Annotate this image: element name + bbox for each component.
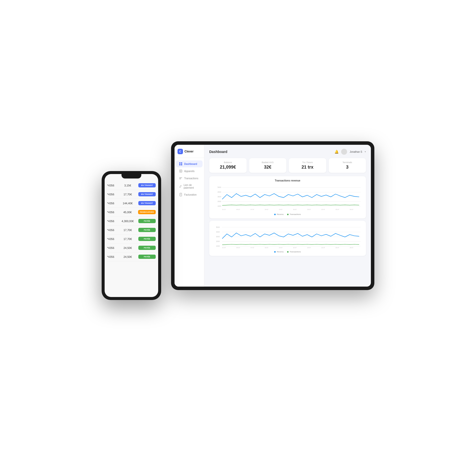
svg-rect-1 — [181, 162, 182, 164]
main-content: Dashboard 🔔 Jonathan S ▾ Balance 21,099€ — [204, 145, 371, 287]
amount-5: 17,70€ — [117, 229, 138, 232]
svg-text:07-07: 07-07 — [250, 209, 254, 210]
legend-label-revenu-2: Revenu — [277, 251, 284, 253]
header-right: 🔔 Jonathan S ▾ — [334, 149, 366, 155]
table-row: *4356 144,40€ EN TRANSIT — [107, 199, 156, 208]
svg-rect-6 — [180, 193, 182, 196]
legend-dot-transactions — [287, 214, 289, 215]
page-title: Dashboard — [209, 150, 227, 154]
amount-8: 24,50€ — [117, 255, 138, 258]
chart-svg-1: 5000 4000 3000 2000 1000 — [213, 184, 362, 211]
dashboard-icon — [179, 162, 182, 166]
table-row: *4356 3,15€ EN TRANSIT — [107, 181, 156, 190]
legend-label-transactions: Transactions — [290, 213, 301, 215]
legend-dot-revenu — [274, 214, 276, 215]
sidebar-label-dashboard: Dashboard — [184, 163, 197, 165]
legend-revenu-1: Revenu — [274, 213, 284, 215]
sidebar-label-transactions: Transactions — [184, 177, 198, 180]
phone-screen: *4356 3,15€ EN TRANSIT *4356 17,70€ EN T… — [105, 174, 158, 297]
chart-legend-1: Revenu Transactions — [213, 213, 362, 215]
legend-revenu-2: Revenu — [274, 251, 284, 253]
status-badge-8: PAYÉE — [138, 255, 156, 259]
sidebar-label-facturation: Facturation — [184, 193, 197, 196]
account-7: *4356 — [107, 246, 117, 249]
status-badge-1: EN TRANSIT — [138, 192, 156, 196]
device-icon — [179, 169, 182, 173]
logo: C Clever — [175, 149, 204, 158]
chart-card-2: 5000 4000 3000 2000 1000 — [209, 221, 366, 256]
sidebar-item-facturation[interactable]: Facturation — [176, 191, 203, 198]
sidebar-item-transactions[interactable]: Transactions — [176, 175, 203, 182]
svg-text:25-07: 25-07 — [335, 247, 339, 248]
svg-text:28-07: 28-07 — [350, 209, 353, 210]
kpi-value-basket: 32€ — [253, 165, 283, 170]
status-badge-7: PAYÉE — [138, 246, 156, 250]
bell-icon[interactable]: 🔔 — [334, 150, 339, 154]
sidebar-label-lien: Lien de paiement — [184, 184, 200, 189]
svg-text:16-07: 16-07 — [293, 247, 297, 248]
svg-text:5000: 5000 — [216, 226, 220, 228]
svg-text:07-07: 07-07 — [250, 247, 254, 248]
chevron-down-icon: ▾ — [365, 150, 366, 153]
kpi-label-basket: Basket AVG — [253, 161, 283, 164]
tablet-screen: C Clever Dashboard — [175, 145, 371, 287]
svg-text:3000: 3000 — [216, 236, 220, 238]
svg-text:1000: 1000 — [217, 205, 221, 207]
svg-text:25-07: 25-07 — [335, 209, 339, 210]
svg-text:10-07: 10-07 — [265, 209, 268, 210]
svg-text:22-07: 22-07 — [321, 247, 325, 248]
amount-0: 3,15€ — [117, 184, 138, 187]
svg-text:28-07: 28-07 — [350, 247, 353, 248]
kpi-label-trx: Trx / hours — [292, 161, 323, 164]
user-name: Jonathan S — [350, 150, 362, 153]
table-row: *4356 17,70€ EN TRANSIT — [107, 190, 156, 199]
kpi-value-trx: 21 trx — [292, 165, 323, 170]
svg-text:4000: 4000 — [216, 231, 220, 233]
legend-transactions-2: Transactions — [287, 251, 301, 253]
svg-text:13-07: 13-07 — [279, 247, 283, 248]
svg-text:3000: 3000 — [217, 196, 221, 198]
sidebar-item-dashboard[interactable]: Dashboard — [176, 160, 203, 167]
kpi-card-trx: Trx / hours 21 trx — [289, 158, 326, 173]
kpi-card-terminals: Terminals 3 — [329, 158, 366, 173]
logo-icon: C — [178, 149, 183, 154]
legend-transactions-1: Transactions — [287, 213, 301, 215]
status-badge-4: PAYÉE — [138, 219, 156, 223]
account-6: *4356 — [107, 238, 117, 240]
kpi-card-basket: Basket AVG 32€ — [249, 158, 287, 173]
amount-2: 144,40€ — [117, 202, 138, 205]
legend-label-revenu: Revenu — [277, 213, 284, 215]
chart-title-1: Transactions revenue — [213, 179, 362, 182]
amount-4: 4,300,00€ — [117, 220, 138, 223]
sidebar-item-lien[interactable]: Lien de paiement — [176, 182, 203, 191]
svg-rect-3 — [181, 164, 182, 165]
kpi-label-balance: Balance — [213, 161, 243, 164]
invoice-icon — [179, 193, 182, 196]
main-header: Dashboard 🔔 Jonathan S ▾ — [209, 149, 366, 155]
svg-text:16-07: 16-07 — [293, 209, 297, 210]
kpi-card-balance: Balance 21,099€ — [209, 158, 247, 173]
account-1: *4356 — [107, 193, 117, 196]
amount-3: 45,00€ — [117, 211, 138, 214]
account-2: *4356 — [107, 202, 117, 205]
status-badge-2: EN TRANSIT — [138, 201, 156, 205]
sidebar-item-appareils[interactable]: Appareils — [176, 168, 203, 175]
account-3: *4356 — [107, 211, 117, 214]
sidebar-label-appareils: Appareils — [184, 170, 195, 173]
kpi-row: Balance 21,099€ Basket AVG 32€ Trx / hou… — [209, 158, 366, 173]
sidebar: C Clever Dashboard — [175, 145, 204, 287]
svg-text:5000: 5000 — [217, 186, 221, 188]
svg-text:1000: 1000 — [216, 245, 220, 247]
svg-text:01-07: 01-07 — [222, 209, 226, 210]
table-row: *4356 24,50€ PAYÉE — [107, 243, 156, 252]
table-row: *4356 24,50€ PAYÉE — [107, 252, 156, 261]
table-row: *4356 45,00€ REMBOURSÉE — [107, 208, 156, 217]
svg-text:2000: 2000 — [216, 240, 220, 242]
svg-text:4000: 4000 — [217, 191, 221, 193]
amount-6: 17,70€ — [117, 238, 138, 240]
svg-rect-0 — [179, 162, 180, 164]
avatar — [341, 149, 347, 155]
table-row: *4356 17,70€ PAYÉE — [107, 235, 156, 243]
amount-1: 17,70€ — [117, 193, 138, 196]
status-badge-6: PAYÉE — [138, 237, 156, 241]
